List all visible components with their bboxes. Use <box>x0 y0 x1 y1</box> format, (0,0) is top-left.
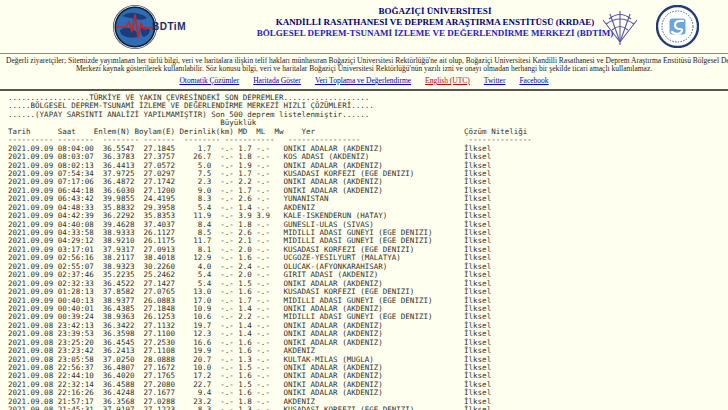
bdtim-logo-text: BDTiM <box>152 21 186 32</box>
link-otomatik-cozumler[interactable]: Otomatik Çözümler <box>179 76 239 85</box>
krdae-fan-logo <box>600 8 640 46</box>
institute-title: KANDİLLİ RASATHANESİ VE DEPREM ARAŞTIRMA… <box>240 17 630 28</box>
link-veri-toplama-ve-degerlendirme[interactable]: Veri Toplama ve Değerlendirme <box>315 76 411 85</box>
link-haritada-goster[interactable]: Haritada Göster <box>253 76 301 85</box>
disclaimer-line-2: Merkezi kaynak gösterilerek kullanılabil… <box>0 65 728 73</box>
disclaimer-section: Değerli ziyaretçiler; Sitemizde yayımlan… <box>0 54 728 91</box>
link-twitter[interactable]: Twitter <box>484 76 506 85</box>
link-english-utc[interactable]: English (UTC) <box>425 76 470 85</box>
nav-links-row: Otomatik ÇözümlerHaritada GösterVeri Top… <box>0 76 728 85</box>
link-facebook[interactable]: Facebook <box>519 76 548 85</box>
earthquake-list: ..................TÜRKİYE VE YAKIN ÇEVRE… <box>8 94 728 410</box>
university-title: BOĞAZİÇİ ÜNİVERSİTESİ <box>240 6 630 17</box>
earthquake-list-section: ..................TÜRKİYE VE YAKIN ÇEVRE… <box>0 91 728 410</box>
koeri-earthquake-page: BDTiM BOĞAZİÇİ ÜNİVERSİTESİ KANDİLLİ RAS… <box>0 0 728 410</box>
table-row: 2021.09.08 21:45:31 37.9197 27.1223 8.3 … <box>8 406 728 410</box>
center-title: BÖLGESEL DEPREM-TSUNAMİ İZLEME VE DEĞERL… <box>240 28 630 39</box>
header-titles: BOĞAZİÇİ ÜNİVERSİTESİ KANDİLLİ RASATHANE… <box>240 6 630 39</box>
header-bar: BDTiM BOĞAZİÇİ ÜNİVERSİTESİ KANDİLLİ RAS… <box>0 0 728 54</box>
bogazici-university-seal <box>656 5 699 48</box>
